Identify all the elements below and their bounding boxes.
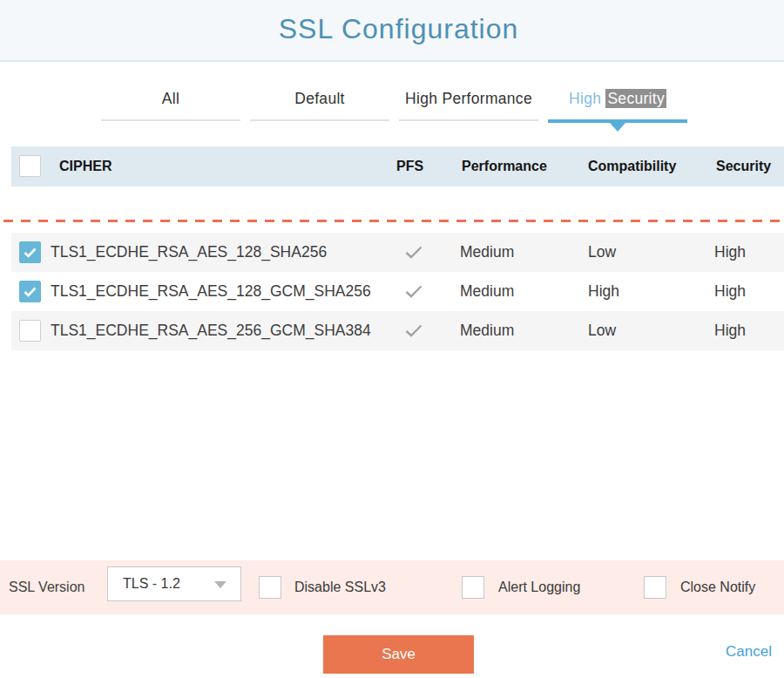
tab-label: Default bbox=[250, 87, 389, 119]
tab-high-performance[interactable]: High Performance bbox=[399, 87, 538, 132]
tab-label: All bbox=[101, 87, 240, 119]
column-header-pfs: PFS bbox=[396, 146, 423, 186]
checkbox-label: Close Notify bbox=[680, 560, 755, 614]
security-value: High bbox=[714, 311, 746, 350]
dialog-header: SSL Configuration bbox=[0, 0, 784, 62]
check-icon bbox=[24, 287, 37, 297]
tab-underline bbox=[250, 119, 389, 121]
cipher-row: TLS1_ECDHE_RSA_AES_256_GCM_SHA384MediumL… bbox=[11, 311, 784, 350]
compatibility-value: Low bbox=[588, 311, 616, 350]
checkbox-label: Alert Logging bbox=[498, 560, 580, 614]
column-header-security: Security bbox=[716, 146, 771, 186]
cipher-row: TLS1_ECDHE_RSA_AES_128_GCM_SHA256MediumH… bbox=[11, 272, 784, 311]
row-checkbox[interactable] bbox=[19, 320, 41, 342]
close-notify-checkbox[interactable] bbox=[644, 576, 666, 599]
performance-value: Medium bbox=[460, 311, 514, 350]
checkbox-label: Disable SSLv3 bbox=[294, 560, 386, 614]
cipher-name: TLS1_ECDHE_RSA_AES_128_SHA256 bbox=[51, 233, 327, 272]
security-value: High bbox=[714, 272, 746, 311]
cipher-table-body: TLS1_ECDHE_RSA_AES_128_SHA256MediumLowHi… bbox=[11, 233, 784, 350]
ssl-version-value: TLS - 1.2 bbox=[123, 567, 180, 600]
column-header-cipher: CIPHER bbox=[59, 146, 112, 186]
chevron-down-icon bbox=[214, 581, 226, 588]
tab-high-security[interactable]: High Security bbox=[548, 87, 687, 132]
tab-label: High Performance bbox=[399, 87, 538, 119]
row-checkbox[interactable] bbox=[19, 241, 41, 263]
column-header-compatibility: Compatibility bbox=[588, 146, 676, 186]
ssl-options-bar: SSL Version TLS - 1.2 Disable SSLv3Alert… bbox=[0, 560, 784, 614]
check-icon bbox=[24, 247, 37, 258]
page-title: SSL Configuration bbox=[13, 12, 784, 45]
tab-bar: AllDefaultHigh PerformanceHigh Security bbox=[101, 87, 687, 132]
row-checkbox[interactable] bbox=[19, 281, 41, 302]
pfs-check-icon bbox=[405, 324, 422, 337]
cipher-name: TLS1_ECDHE_RSA_AES_128_GCM_SHA256 bbox=[51, 272, 371, 311]
column-header-performance: Performance bbox=[462, 146, 547, 186]
tab-default[interactable]: Default bbox=[250, 87, 389, 132]
pfs-check-icon bbox=[405, 246, 422, 259]
security-value: High bbox=[714, 233, 746, 272]
pfs-check-icon bbox=[405, 285, 422, 298]
cancel-button[interactable]: Cancel bbox=[726, 643, 772, 661]
compatibility-value: High bbox=[588, 272, 619, 311]
cipher-name: TLS1_ECDHE_RSA_AES_256_GCM_SHA384 bbox=[51, 311, 371, 350]
ssl-version-label: SSL Version bbox=[9, 560, 84, 614]
disable-sslv3-checkbox[interactable] bbox=[259, 576, 281, 599]
tab-all[interactable]: All bbox=[101, 87, 240, 132]
performance-value: Medium bbox=[460, 233, 514, 272]
tab-underline bbox=[399, 119, 538, 121]
cipher-row: TLS1_ECDHE_RSA_AES_128_SHA256MediumLowHi… bbox=[11, 233, 784, 272]
tab-underline bbox=[101, 119, 240, 121]
select-all-checkbox[interactable] bbox=[19, 155, 41, 177]
ssl-version-dropdown[interactable]: TLS - 1.2 bbox=[107, 566, 241, 601]
cipher-table-header: CIPHER PFS Performance Compatibility Sec… bbox=[11, 146, 784, 186]
compatibility-value: Low bbox=[588, 233, 616, 272]
drag-drop-divider bbox=[3, 220, 784, 222]
active-tab-pointer-icon bbox=[610, 123, 625, 132]
save-button[interactable]: Save bbox=[323, 635, 474, 674]
tab-label: High Security bbox=[548, 87, 687, 119]
alert-logging-checkbox[interactable] bbox=[462, 576, 484, 599]
performance-value: Medium bbox=[460, 272, 514, 311]
